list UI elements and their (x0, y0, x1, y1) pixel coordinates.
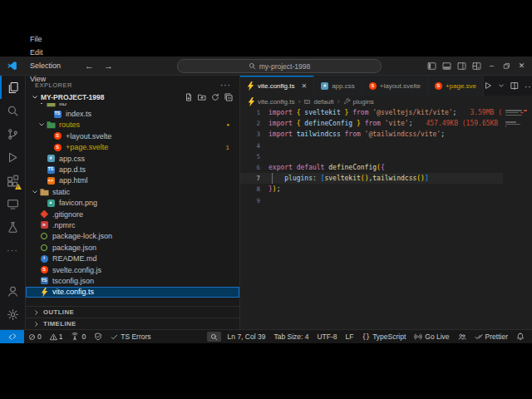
status-language-mode[interactable]: {}TypeScript (358, 330, 411, 343)
breadcrumb: vite.config.ts›default›plugins (240, 96, 532, 107)
code-line-8[interactable]: 8}); (240, 184, 532, 195)
code-editor[interactable]: 1import { sveltekit } from '@sveltejs/ki… (240, 107, 532, 329)
activity-run-and-debug-icon[interactable] (0, 145, 25, 169)
collapse-all-button[interactable] (224, 93, 233, 101)
activity-explorer-icon[interactable] (0, 76, 25, 99)
status-zoom-indicator[interactable] (207, 332, 221, 342)
line-number: 7 (240, 173, 268, 184)
refresh-button[interactable] (211, 93, 219, 101)
code-line-9[interactable]: 9 (240, 195, 532, 206)
menu-view[interactable]: View (24, 72, 66, 86)
status-prettier[interactable]: Prettier (470, 330, 512, 343)
tree-item-svelte-config-js[interactable]: Ssvelte.config.js (26, 264, 239, 275)
status-eol[interactable]: LF (342, 330, 358, 343)
run-file-button[interactable] (484, 81, 492, 90)
activity-account-icon[interactable] (0, 279, 25, 303)
line-number: 1 (240, 107, 268, 118)
breadcrumb-default[interactable]: default (303, 98, 333, 106)
tree-item-index-ts[interactable]: TSindex.ts (26, 108, 239, 119)
html-icon: <> (46, 177, 56, 185)
breadcrumb-plugins[interactable]: plugins (343, 98, 374, 106)
chevron-down-icon (37, 121, 46, 128)
activity-more-views-icon[interactable]: ··· (0, 239, 25, 262)
code-line-4[interactable]: 4 (240, 140, 532, 151)
minimap[interactable] (503, 107, 532, 329)
minimize-button[interactable]: – (485, 58, 499, 73)
tree-item-README-md[interactable]: iREADME.md (26, 253, 239, 264)
menu-edit[interactable]: Edit (24, 46, 66, 59)
search-text: my-project-1998 (259, 62, 310, 71)
code-line-1[interactable]: 1import { sveltekit } from '@sveltejs/ki… (240, 107, 532, 118)
css-icon: # (46, 155, 56, 162)
tree-item-app-html[interactable]: <>app.html (26, 175, 239, 186)
double-check-icon (475, 332, 483, 341)
project-root-row[interactable]: MY-PROJECT-1998 (26, 91, 239, 103)
activity-extensions-icon[interactable] (0, 169, 25, 192)
activity-search-icon[interactable] (0, 99, 25, 122)
restore-button[interactable] (500, 58, 514, 73)
status-shield-status[interactable] (90, 330, 106, 343)
activity-remote-explorer-icon[interactable] (0, 192, 25, 215)
section-outline[interactable]: OUTLINE (26, 306, 239, 318)
tree-item-static[interactable]: static (26, 186, 239, 197)
svelte-icon: S (52, 132, 62, 140)
tree-item-app-d-ts[interactable]: TSapp.d.ts (26, 164, 239, 175)
tab-vite-config-ts[interactable]: vite.config.ts ✕ (240, 76, 314, 96)
tree-item--gitignore[interactable]: .gitignore (26, 209, 239, 219)
layout-panel-toggle[interactable] (440, 58, 454, 73)
split-editor-button[interactable] (510, 81, 519, 90)
sidebar-more-button[interactable]: ··· (220, 81, 231, 90)
tree-item--layout-svelte[interactable]: S+layout.svelte (26, 131, 239, 141)
status-remote-indicator[interactable] (0, 330, 24, 343)
activity-settings-icon[interactable] (0, 303, 25, 326)
tree-item-package-json[interactable]: package.json (26, 242, 239, 253)
tree-item--npmrc[interactable]: n.npmrc (26, 219, 239, 230)
pkg-icon (39, 233, 49, 239)
status-encoding[interactable]: UTF-8 (313, 330, 341, 343)
code-line-7[interactable]: 7 plugins: [sveltekit(),tailwindcss()] (240, 173, 532, 184)
tab--page-sve[interactable]: S +page.sve (428, 76, 484, 96)
status-go-live[interactable]: Go Live (410, 330, 453, 343)
svelte-icon: S (435, 81, 442, 90)
tree-item--page-svelte[interactable]: S+page.svelte1 (26, 142, 239, 153)
code-line-2[interactable]: 2import { defineConfig } from 'vite';457… (240, 118, 532, 129)
status-ts-errors[interactable]: TS Errors (106, 330, 155, 343)
activity-testing-icon[interactable] (0, 215, 25, 239)
new-file-button[interactable] (185, 93, 193, 101)
more-actions-button[interactable]: ··· (525, 78, 532, 93)
code-line-3[interactable]: 3import tailwindcss from '@tailwindcss/v… (240, 129, 532, 140)
tree-item-lib[interactable]: lib (26, 102, 239, 108)
tab--layout-svelte[interactable]: S +layout.svelte (362, 76, 428, 96)
new-folder-button[interactable] (198, 93, 206, 101)
error-icon (28, 333, 36, 341)
tree-item-routes[interactable]: routes● (26, 120, 239, 131)
status-cursor-position[interactable]: Ln 7, Col 39 (224, 330, 270, 343)
tree-item-tsconfig-json[interactable]: TStsconfig.json (26, 275, 239, 286)
run-dropdown-button[interactable] (498, 82, 505, 89)
status-problems[interactable]: 01 (24, 330, 66, 343)
menu-selection[interactable]: Selection (24, 59, 66, 72)
menu-file[interactable]: File (24, 32, 66, 46)
status-notifications[interactable] (512, 330, 529, 343)
code-line-6[interactable]: 6export default defineConfig({ (240, 162, 532, 173)
back-button[interactable]: ← (85, 61, 94, 71)
tab-app-css[interactable]: # app.css (314, 76, 362, 96)
tree-item-favicon-png[interactable]: ▴favicon.png (26, 198, 239, 209)
layout-customize-toggle[interactable] (470, 58, 484, 73)
layout-sidebar-right-toggle[interactable] (455, 58, 469, 73)
section-timeline[interactable]: TIMELINE (26, 318, 239, 329)
status-accounts-pair[interactable] (454, 330, 470, 343)
command-center-search[interactable]: my-project-1998 (177, 59, 382, 73)
status-indentation[interactable]: Tab Size: 4 (269, 330, 313, 343)
tree-item-app-css[interactable]: #app.css (26, 153, 239, 164)
activity-source-control-icon[interactable] (0, 122, 25, 145)
close-button[interactable]: ✕ (515, 58, 529, 73)
layout-sidebar-toggle[interactable] (425, 58, 439, 73)
tree-item-package-lock-json[interactable]: package-lock.json (26, 231, 239, 242)
status-ports[interactable]: 0 (66, 330, 90, 343)
code-line-5[interactable]: 5 (240, 151, 532, 162)
close-tab-icon[interactable]: ✕ (301, 82, 307, 90)
forward-button[interactable]: → (104, 61, 113, 71)
breadcrumb-vite-config-ts[interactable]: vite.config.ts (248, 97, 294, 106)
tree-item-vite-config-ts[interactable]: vite.config.ts (26, 287, 239, 298)
